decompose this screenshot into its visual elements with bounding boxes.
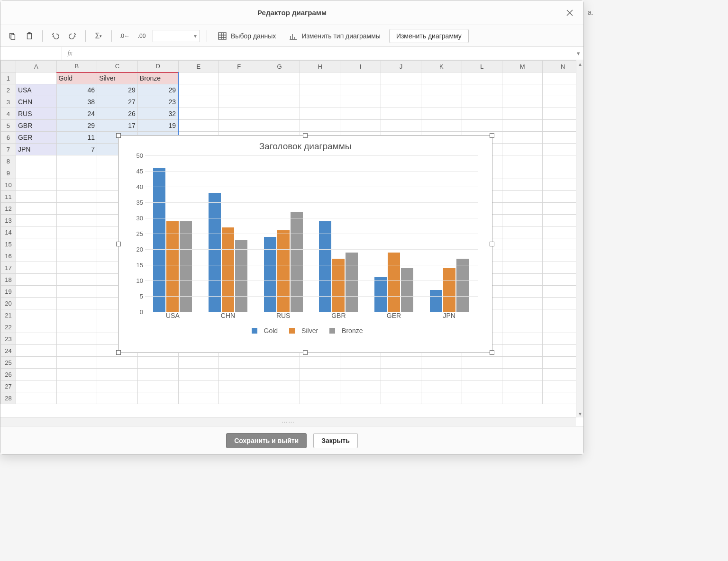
cell[interactable]: [218, 84, 259, 96]
close-button[interactable]: Закрыть: [313, 433, 358, 448]
cell[interactable]: [421, 108, 462, 120]
cell[interactable]: [259, 392, 300, 404]
paste-icon[interactable]: [23, 30, 36, 42]
row-header[interactable]: 2: [1, 84, 16, 96]
row-header[interactable]: 9: [1, 167, 16, 179]
cell[interactable]: [300, 357, 340, 369]
cell[interactable]: [56, 286, 97, 298]
cell[interactable]: [218, 120, 259, 132]
scroll-up-icon[interactable]: ▲: [576, 60, 583, 68]
chart-object[interactable]: Заголовок диаграммы 05101520253035404550…: [118, 135, 492, 353]
cell[interactable]: [16, 167, 56, 179]
cell[interactable]: [381, 357, 421, 369]
cell[interactable]: [259, 369, 300, 380]
row-header[interactable]: 16: [1, 250, 16, 262]
cell[interactable]: [300, 108, 340, 120]
cell[interactable]: [178, 392, 218, 404]
cell[interactable]: [178, 84, 218, 96]
row-header[interactable]: 19: [1, 286, 16, 298]
row-header[interactable]: 10: [1, 179, 16, 191]
cell[interactable]: [502, 226, 542, 238]
cell[interactable]: [259, 72, 300, 84]
cell[interactable]: [16, 286, 56, 298]
scrollbar-horizontal[interactable]: ⋯⋯: [0, 417, 576, 426]
scrollbar-vertical[interactable]: ▲ ▼: [576, 60, 583, 417]
cell[interactable]: [218, 380, 259, 392]
cell[interactable]: [56, 262, 97, 274]
cell[interactable]: [218, 392, 259, 404]
cell[interactable]: [218, 369, 259, 380]
cell[interactable]: [16, 155, 56, 167]
cell[interactable]: [502, 120, 542, 132]
cell[interactable]: [462, 357, 502, 369]
cell[interactable]: [56, 215, 97, 226]
cell[interactable]: [56, 179, 97, 191]
cell[interactable]: [502, 286, 542, 298]
cell[interactable]: 46: [56, 84, 97, 96]
cell[interactable]: [502, 357, 542, 369]
cell[interactable]: [340, 72, 381, 84]
cell[interactable]: [502, 144, 542, 155]
cell[interactable]: [502, 321, 542, 333]
cell[interactable]: [502, 132, 542, 144]
cell[interactable]: [340, 96, 381, 108]
cell[interactable]: [300, 96, 340, 108]
cell[interactable]: [56, 357, 97, 369]
cell[interactable]: [56, 298, 97, 309]
increase-decimal-icon[interactable]: .00: [136, 30, 148, 42]
cell[interactable]: [16, 72, 56, 84]
cell[interactable]: [16, 333, 56, 345]
row-header[interactable]: 11: [1, 191, 16, 203]
col-header[interactable]: F: [218, 61, 259, 72]
save-exit-button[interactable]: Сохранить и выйти: [226, 433, 307, 448]
cell[interactable]: [16, 250, 56, 262]
cell[interactable]: [381, 392, 421, 404]
row-header[interactable]: 23: [1, 333, 16, 345]
cell[interactable]: [421, 120, 462, 132]
row-header[interactable]: 17: [1, 262, 16, 274]
cell[interactable]: [502, 380, 542, 392]
cell[interactable]: [462, 84, 502, 96]
cell[interactable]: [56, 333, 97, 345]
cell[interactable]: [300, 369, 340, 380]
formula-dropdown-icon[interactable]: ▾: [573, 47, 583, 60]
cell[interactable]: [16, 226, 56, 238]
formula-input[interactable]: [78, 47, 573, 60]
cell[interactable]: [340, 380, 381, 392]
cell[interactable]: [502, 203, 542, 215]
cell[interactable]: 38: [56, 96, 97, 108]
cell[interactable]: [502, 215, 542, 226]
cell[interactable]: [137, 392, 178, 404]
cell[interactable]: [421, 380, 462, 392]
cell[interactable]: [421, 96, 462, 108]
row-header[interactable]: 25: [1, 357, 16, 369]
cell[interactable]: [259, 357, 300, 369]
cell[interactable]: [502, 108, 542, 120]
row-header[interactable]: 7: [1, 144, 16, 155]
cell[interactable]: [502, 369, 542, 380]
cell[interactable]: [56, 250, 97, 262]
cell[interactable]: [56, 309, 97, 321]
cell[interactable]: [218, 96, 259, 108]
cell[interactable]: GBR: [16, 120, 56, 132]
cell[interactable]: [502, 191, 542, 203]
cell[interactable]: [137, 357, 178, 369]
col-header[interactable]: K: [421, 61, 462, 72]
cell[interactable]: [502, 392, 542, 404]
cell[interactable]: [259, 84, 300, 96]
row-header[interactable]: 26: [1, 369, 16, 380]
cell[interactable]: [381, 369, 421, 380]
cell[interactable]: 17: [97, 120, 138, 132]
cell[interactable]: [381, 108, 421, 120]
cell[interactable]: [16, 357, 56, 369]
cell[interactable]: [462, 380, 502, 392]
cell[interactable]: [502, 274, 542, 286]
cell[interactable]: Bronze: [137, 72, 178, 84]
cell[interactable]: [259, 96, 300, 108]
cell[interactable]: [462, 108, 502, 120]
row-header[interactable]: 3: [1, 96, 16, 108]
cell[interactable]: [340, 369, 381, 380]
cell[interactable]: [178, 108, 218, 120]
cell[interactable]: 29: [97, 84, 138, 96]
col-header[interactable]: I: [340, 61, 381, 72]
